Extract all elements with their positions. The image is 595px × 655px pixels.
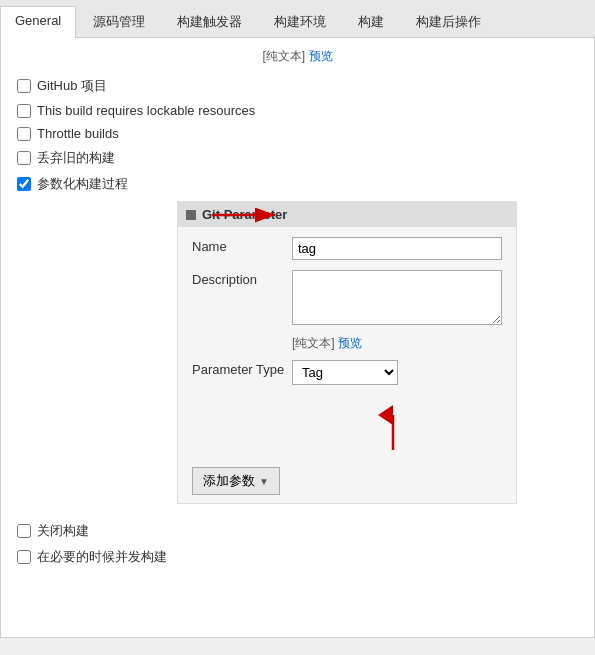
tab-build[interactable]: 构建 (343, 6, 399, 37)
description-textarea[interactable] (292, 270, 502, 325)
tab-post-build[interactable]: 构建后操作 (401, 6, 496, 37)
tab-build-env[interactable]: 构建环境 (259, 6, 341, 37)
main-content: [纯文本] 预览 GitHub 项目 This build requires l… (0, 38, 595, 638)
add-param-label: 添加参数 (203, 472, 255, 490)
param-type-row: Parameter Type Branch Tag Revision Pull … (192, 360, 502, 385)
git-parameter-body: Name Description [纯文本] 预览 Parameter Type… (178, 227, 516, 405)
top-plain-text-preview: [纯文本] 预览 (17, 48, 578, 65)
plain-text-label: [纯文本] (262, 49, 305, 63)
param-type-label: Parameter Type (192, 360, 292, 377)
close-build-checkbox[interactable] (17, 524, 31, 538)
content-wrapper: GitHub 项目 This build requires lockable r… (17, 77, 578, 566)
name-input[interactable] (292, 237, 502, 260)
github-project-checkbox[interactable] (17, 79, 31, 93)
close-build-label: 关闭构建 (37, 522, 89, 540)
checkbox-row-parameterize: 参数化构建过程 (17, 175, 578, 193)
git-parameter-title: Git Parameter (202, 207, 287, 222)
tab-general[interactable]: General (0, 6, 76, 38)
inner-plain-text-label: [纯文本] (292, 336, 335, 350)
add-param-row: 添加参数 ▼ (178, 459, 516, 503)
checkbox-row-concurrent: 在必要的时候并发构建 (17, 548, 578, 566)
git-param-icon (186, 210, 196, 220)
checkbox-row-close-build: 关闭构建 (17, 522, 578, 540)
checkbox-row-throttle: Throttle builds (17, 126, 578, 141)
checkbox-row-github: GitHub 项目 (17, 77, 578, 95)
param-type-select[interactable]: Branch Tag Revision Pull Request (292, 360, 398, 385)
name-label: Name (192, 237, 292, 254)
concurrent-build-checkbox[interactable] (17, 550, 31, 564)
description-row: Description (192, 270, 502, 325)
preview-link[interactable]: 预览 (309, 49, 333, 63)
tab-triggers[interactable]: 构建触发器 (162, 6, 257, 37)
throttle-builds-checkbox[interactable] (17, 127, 31, 141)
discard-old-builds-checkbox[interactable] (17, 151, 31, 165)
lockable-resources-label: This build requires lockable resources (37, 103, 255, 118)
concurrent-build-label: 在必要的时候并发构建 (37, 548, 167, 566)
git-parameter-header: Git Parameter (178, 202, 516, 227)
red-arrow-up (378, 405, 408, 455)
throttle-builds-label: Throttle builds (37, 126, 119, 141)
tab-source[interactable]: 源码管理 (78, 6, 160, 37)
tabs-bar: General 源码管理 构建触发器 构建环境 构建 构建后操作 (0, 0, 595, 38)
discard-old-builds-label: 丢弃旧的构建 (37, 149, 115, 167)
inner-preview-link[interactable]: 预览 (338, 336, 362, 350)
description-label: Description (192, 270, 292, 287)
name-row: Name (192, 237, 502, 260)
checkbox-row-lockable: This build requires lockable resources (17, 103, 578, 118)
parameterize-build-label: 参数化构建过程 (37, 175, 128, 193)
add-param-button[interactable]: 添加参数 ▼ (192, 467, 280, 495)
dropdown-arrow-icon: ▼ (259, 476, 269, 487)
parameterize-build-checkbox[interactable] (17, 177, 31, 191)
lockable-resources-checkbox[interactable] (17, 104, 31, 118)
github-project-label: GitHub 项目 (37, 77, 107, 95)
inner-plain-text-preview: [纯文本] 预览 (292, 335, 502, 352)
git-parameter-panel: Git Parameter Name Description [纯文本] 预览 … (177, 201, 517, 504)
bottom-section: 关闭构建 在必要的时候并发构建 (17, 522, 578, 566)
checkbox-row-discard: 丢弃旧的构建 (17, 149, 578, 167)
